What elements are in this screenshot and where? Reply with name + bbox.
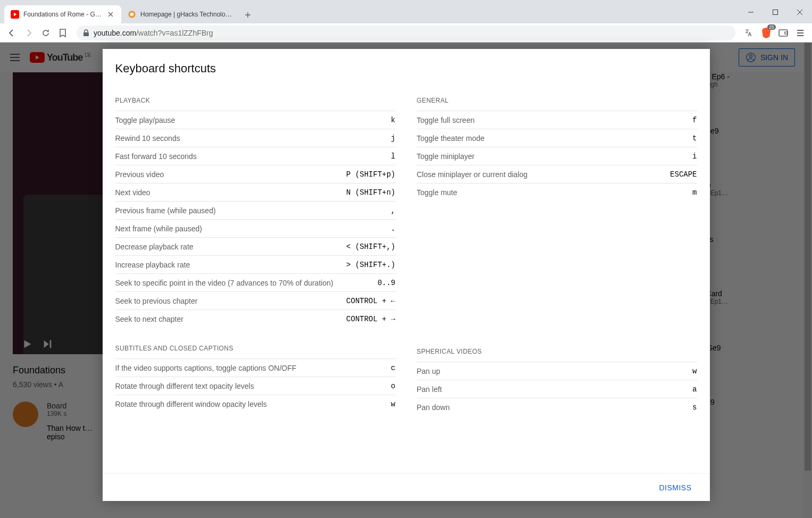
close-icon[interactable] [106,10,115,19]
shortcut-desc: Pan up [417,367,693,375]
shortcut-row: Fast forward 10 secondsl [115,147,396,165]
shortcut-key: w [391,400,395,408]
tabstrip: Foundations of Rome - GameNig Homepage |… [0,4,812,23]
shortcut-row: Pan lefta [417,380,697,398]
section-header: SUBTITLES AND CLOSED CAPTIONS [115,345,396,352]
shortcut-row: Seek to next chapterCONTROL + → [115,310,396,328]
shortcut-desc: Toggle play/pause [115,116,391,124]
shortcut-row: Toggle play/pausek [115,111,396,129]
shortcut-desc: Pan down [417,403,693,412]
shortcut-desc: Next video [115,188,347,197]
lock-icon [83,29,89,37]
new-tab-button[interactable] [240,7,255,22]
shortcut-key: i [692,152,697,161]
shortcut-desc: Previous frame (while paused) [115,206,391,215]
section-header: SPHERICAL VIDEOS [417,348,697,355]
shortcut-key: l [391,152,395,161]
dismiss-button[interactable]: DISMISS [650,478,700,497]
shortcut-key: j [391,134,395,143]
shortcut-row: Rotate through different window opacity … [115,395,396,413]
shortcut-key: , [391,206,395,215]
shortcut-key: k [391,116,395,124]
url-text: youtube.com/watch?v=as1lZZhFBrg [94,29,213,37]
close-window-button[interactable] [788,4,812,20]
shortcut-row: Rotate through different text opacity le… [115,377,396,395]
shortcut-row: Toggle full screenf [417,111,697,129]
shortcut-row: Pan downs [417,398,697,416]
back-button[interactable] [4,26,19,40]
bookmark-button[interactable] [55,26,70,40]
shortcut-key: t [692,134,697,143]
section-header: PLAYBACK [115,97,396,104]
wallet-icon[interactable] [776,26,791,40]
shortcut-row: Toggle miniplayeri [417,147,697,165]
svg-rect-3 [773,10,778,15]
shortcut-key: c [391,364,395,372]
shortcut-desc: Seek to previous chapter [115,297,347,305]
translate-icon[interactable] [742,26,757,40]
forward-button[interactable] [21,26,36,40]
tab-active[interactable]: Foundations of Rome - GameNig [4,5,121,23]
shortcut-key: s [692,403,697,412]
maximize-button[interactable] [763,4,788,20]
dialog-scroll[interactable]: PLAYBACKToggle play/pausekRewind 10 seco… [103,76,710,473]
window-controls [739,4,812,20]
shortcut-desc: Rotate through different window opacity … [115,400,391,408]
tab-title: Foundations of Rome - GameNig [23,11,102,18]
shortcut-row: Rewind 10 secondsj [115,129,396,147]
tab-title: Homepage | gHacks Technology News [140,11,232,18]
shortcut-key: ESCAPE [670,170,697,179]
shortcut-key: o [391,382,395,390]
titlebar [0,0,812,4]
tab-inactive[interactable]: Homepage | gHacks Technology News [121,5,238,23]
svg-rect-5 [779,30,788,36]
shortcut-row: Toggle mutem [417,183,697,201]
svg-point-2 [130,13,134,16]
shortcut-row: Previous frame (while paused), [115,201,396,219]
shortcut-desc: Seek to specific point in the video (7 a… [115,279,378,287]
shortcut-key: m [692,188,697,197]
shortcut-section: SPHERICAL VIDEOSPan upwPan leftaPan down… [417,348,697,416]
shortcut-row: Next frame (while paused). [115,219,396,237]
reload-button[interactable] [38,26,53,40]
shortcut-key: . [391,224,395,233]
shortcut-desc: Fast forward 10 seconds [115,152,391,161]
shortcut-key: N (SHIFT+n) [346,188,395,197]
shortcut-key: > (SHIFT+.) [346,261,395,269]
shortcut-key: f [692,116,697,124]
menu-icon[interactable] [793,26,808,40]
youtube-favicon [11,10,19,19]
shortcut-row: Increase playback rate> (SHIFT+.) [115,255,396,273]
shortcut-section: SUBTITLES AND CLOSED CAPTIONSIf the vide… [115,345,396,413]
shortcut-row: Decrease playback rate< (SHIFT+,) [115,237,396,255]
shortcut-key: CONTROL + → [346,315,395,323]
shortcut-desc: Close miniplayer or current dialog [417,170,671,179]
shortcut-desc: Toggle full screen [417,116,693,124]
shortcut-desc: Pan left [417,385,693,394]
shortcut-desc: Rewind 10 seconds [115,134,391,143]
shortcut-row: Seek to previous chapterCONTROL + ← [115,291,396,310]
shortcut-key: CONTROL + ← [346,297,395,305]
shortcut-row: If the video supports captions, toggle c… [115,358,396,377]
toolbar: youtube.com/watch?v=as1lZZhFBrg 25 [0,23,812,43]
shortcut-desc: Toggle mute [417,188,693,197]
shortcut-key: < (SHIFT+,) [346,243,395,251]
shortcut-row: Seek to specific point in the video (7 a… [115,273,396,291]
shortcut-key: 0..9 [378,279,396,287]
shortcut-desc: Decrease playback rate [115,243,347,251]
shortcut-desc: Toggle miniplayer [417,152,693,161]
svg-rect-4 [83,32,89,36]
shortcut-desc: Seek to next chapter [115,315,347,323]
shortcut-desc: Increase playback rate [115,261,347,269]
address-bar[interactable]: youtube.com/watch?v=as1lZZhFBrg [77,26,735,40]
keyboard-shortcuts-dialog: Keyboard shortcuts PLAYBACKToggle play/p… [103,49,710,501]
brave-shield-icon[interactable]: 25 [759,26,774,40]
minimize-button[interactable] [739,4,763,20]
shortcut-row: Toggle theater modet [417,129,697,147]
shortcut-desc: Previous video [115,170,347,179]
shortcut-row: Pan upw [417,362,697,380]
shortcut-row: Previous videoP (SHIFT+p) [115,165,396,183]
shortcut-key: a [692,385,697,394]
shortcut-row: Close miniplayer or current dialogESCAPE [417,165,697,183]
shield-count: 25 [767,24,776,30]
